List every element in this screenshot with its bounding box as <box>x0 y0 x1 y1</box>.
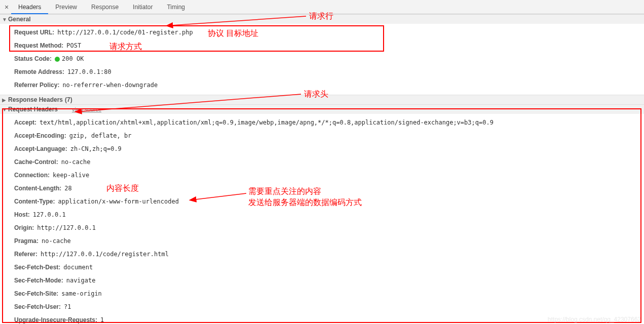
header-key: Accept-Language <box>14 144 70 153</box>
header-value: http://127.0.0.1/code/register.html <box>41 250 169 259</box>
header-row: Accept-Languagezh-CN,zh;q=0.9 <box>14 142 644 155</box>
header-value: document <box>63 263 93 272</box>
row-request-method: Request Method POST <box>14 39 644 52</box>
header-key: Content-Type <box>14 197 58 206</box>
header-value: keep-alive <box>53 171 89 180</box>
key-remote-address: Remote Address <box>14 67 67 76</box>
header-value: 1 <box>100 315 104 324</box>
close-icon[interactable]: × <box>2 3 11 11</box>
section-general-body: Request URL http://127.0.0.1/code/01-reg… <box>0 24 644 95</box>
header-row: Accepttext/html,application/xhtml+xml,ap… <box>14 116 644 129</box>
val-request-method: POST <box>66 41 81 50</box>
header-row: Connectionkeep-alive <box>14 169 644 182</box>
tab-preview[interactable]: Preview <box>48 0 84 14</box>
row-status-code: Status Code 200 OK <box>14 52 644 65</box>
header-value: zh-CN,zh;q=0.9 <box>70 144 122 153</box>
watermark: https://blog.csdn.net/qq_42307662 <box>548 316 641 323</box>
header-value: gzip, deflate, br <box>69 131 132 140</box>
header-value: text/html,application/xhtml+xml,applicat… <box>40 118 494 127</box>
chevron-down-icon: ▼ <box>2 107 7 112</box>
status-dot-icon <box>55 57 60 62</box>
header-key: Sec-Fetch-User <box>14 302 64 311</box>
header-key: Accept <box>14 118 40 127</box>
tab-timing[interactable]: Timing <box>160 0 192 14</box>
key-status-code: Status Code <box>14 54 55 63</box>
header-key: Connection <box>14 171 53 180</box>
header-row: Cache-Controlno-cache <box>14 155 644 169</box>
val-remote-address: 127.0.0.1:80 <box>67 67 111 76</box>
header-value: no-cache <box>61 157 91 167</box>
val-referrer-policy: no-referrer-when-downgrade <box>62 80 158 90</box>
header-key: Referer <box>14 250 41 259</box>
row-remote-address: Remote Address 127.0.0.1:80 <box>14 65 644 78</box>
view-source-link[interactable]: view source <box>72 106 101 112</box>
val-status-code: 200 OK <box>55 54 84 63</box>
section-response-headers-header[interactable]: ▶ Response Headers (7) <box>0 95 644 104</box>
val-request-url: http://127.0.0.1/code/01-register.php <box>57 28 193 37</box>
status-code-text: 200 OK <box>62 55 84 62</box>
chevron-down-icon: ▼ <box>2 17 7 22</box>
header-key: Accept-Encoding <box>14 131 69 140</box>
header-key: Sec-Fetch-Site <box>14 289 61 298</box>
section-general: ▼ General Request URL http://127.0.0.1/c… <box>0 14 644 95</box>
header-value: 127.0.0.1 <box>33 210 66 219</box>
header-row: Refererhttp://127.0.0.1/code/register.ht… <box>14 248 644 261</box>
chevron-right-icon: ▶ <box>2 97 7 103</box>
key-request-method: Request Method <box>14 41 66 50</box>
header-key: Sec-Fetch-Dest <box>14 263 63 272</box>
section-general-header[interactable]: ▼ General <box>0 15 644 24</box>
section-response-headers-title: Response Headers <box>8 96 63 103</box>
response-headers-count: (7) <box>65 96 72 103</box>
header-key: Host <box>14 210 33 219</box>
header-value: no-cache <box>42 236 71 246</box>
section-response-headers: ▶ Response Headers (7) <box>0 95 644 104</box>
section-request-headers-header[interactable]: ▼ Request Headers view source <box>0 105 644 114</box>
header-value: http://127.0.0.1 <box>37 223 96 232</box>
key-referrer-policy: Referrer Policy <box>14 80 62 90</box>
header-value: 28 <box>64 184 71 193</box>
row-referrer-policy: Referrer Policy no-referrer-when-downgra… <box>14 78 644 92</box>
header-key: Pragma <box>14 236 42 246</box>
header-value: same-origin <box>61 289 101 298</box>
tab-headers[interactable]: Headers <box>11 0 48 14</box>
header-row: Sec-Fetch-Sitesame-origin <box>14 287 644 300</box>
header-value: ?1 <box>64 302 71 311</box>
header-key: Cache-Control <box>14 157 61 167</box>
section-request-headers-title: Request Headers <box>8 106 58 113</box>
tab-initiator[interactable]: Initiator <box>126 0 160 14</box>
header-row: Sec-Fetch-Modenavigate <box>14 274 644 287</box>
header-row: Content-Length28 <box>14 182 644 195</box>
section-request-headers-body: Accepttext/html,application/xhtml+xml,ap… <box>0 114 644 324</box>
header-row: Pragmano-cache <box>14 234 644 248</box>
header-value: navigate <box>66 276 96 285</box>
section-request-headers: ▼ Request Headers view source Accepttext… <box>0 104 644 324</box>
header-row: Accept-Encodinggzip, deflate, br <box>14 129 644 142</box>
header-key: Content-Length <box>14 184 64 193</box>
header-row: Originhttp://127.0.0.1 <box>14 221 644 234</box>
section-general-title: General <box>8 16 31 23</box>
header-row: Host127.0.0.1 <box>14 208 644 221</box>
header-row: Sec-Fetch-Destdocument <box>14 261 644 274</box>
header-key: Sec-Fetch-Mode <box>14 276 66 285</box>
header-row: Sec-Fetch-User?1 <box>14 300 644 313</box>
row-request-url: Request URL http://127.0.0.1/code/01-reg… <box>14 26 644 39</box>
devtools-tabs: × Headers Preview Response Initiator Tim… <box>0 0 644 14</box>
header-value: application/x-www-form-urlencoded <box>58 197 178 206</box>
header-key: Origin <box>14 223 37 232</box>
header-row: Content-Typeapplication/x-www-form-urlen… <box>14 195 644 208</box>
header-key: Upgrade-Insecure-Requests <box>14 315 100 324</box>
tab-response[interactable]: Response <box>84 0 126 14</box>
key-request-url: Request URL <box>14 28 57 37</box>
